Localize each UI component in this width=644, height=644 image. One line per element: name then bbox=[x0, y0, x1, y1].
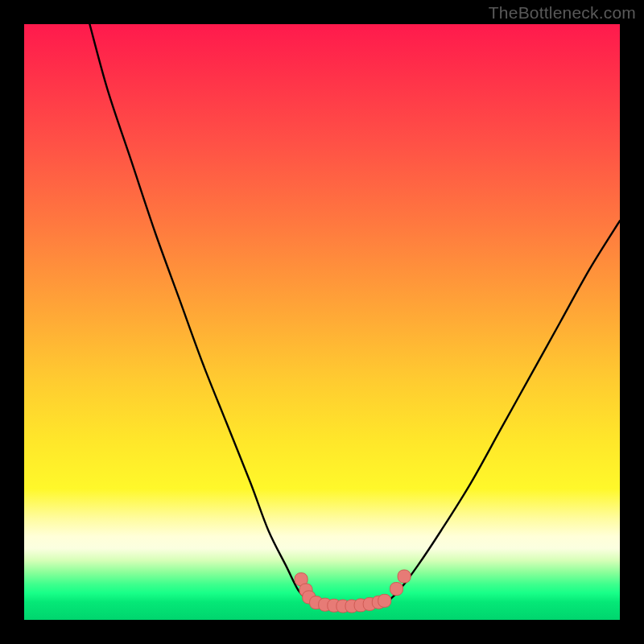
plot-area bbox=[24, 24, 620, 620]
outer-frame: TheBottleneck.com bbox=[0, 0, 644, 644]
highlight-marker bbox=[398, 570, 411, 583]
highlight-marker bbox=[378, 594, 391, 607]
highlight-marker bbox=[390, 583, 403, 596]
marker-group bbox=[295, 570, 411, 613]
bottleneck-curve bbox=[89, 24, 620, 606]
curve-group bbox=[89, 24, 620, 606]
chart-svg bbox=[24, 24, 620, 620]
watermark-text: TheBottleneck.com bbox=[489, 3, 636, 23]
